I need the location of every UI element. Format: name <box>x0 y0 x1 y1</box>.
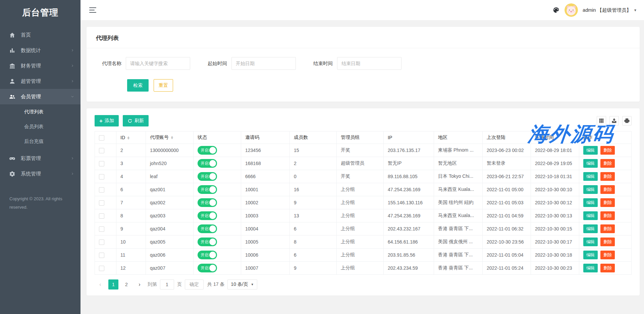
row-checkbox[interactable] <box>99 253 104 258</box>
cell-reg-time: 2022-10-30 00:12 <box>531 196 579 209</box>
edit-button[interactable]: 编辑 <box>583 238 598 246</box>
cell-account: 13000000000 <box>146 144 194 157</box>
cell-invite-code: 10005 <box>241 235 290 249</box>
edit-button[interactable]: 编辑 <box>583 224 598 233</box>
cell-members: 6 <box>290 222 337 235</box>
row-checkbox[interactable] <box>99 174 104 179</box>
status-toggle[interactable]: 开启 <box>198 146 217 155</box>
delete-button[interactable]: 删除 <box>600 224 615 233</box>
status-toggle[interactable]: 开启 <box>198 211 217 220</box>
sidebar-item-members[interactable]: 会员管理 <box>0 89 80 104</box>
next-page-button[interactable]: › <box>135 279 145 290</box>
sidebar-subitem-member-list[interactable]: 会员列表 <box>0 119 80 134</box>
edit-button[interactable]: 编辑 <box>583 211 598 220</box>
status-toggle[interactable]: 开启 <box>198 224 217 233</box>
sidebar-item-statistics[interactable]: 数据统计 <box>0 43 80 58</box>
cell-invite-code: 10002 <box>241 196 290 209</box>
refresh-icon <box>127 118 132 123</box>
print-icon[interactable] <box>622 116 632 125</box>
prev-page-button[interactable]: ‹ <box>95 279 105 290</box>
select-all-checkbox[interactable] <box>99 135 104 141</box>
add-button[interactable]: + 添加 <box>95 115 119 126</box>
column-header[interactable]: 代理账号▲▼ <box>146 132 194 144</box>
delete-button[interactable]: 删除 <box>600 185 615 194</box>
edit-button[interactable]: 编辑 <box>583 172 598 181</box>
cell-last-login: 2022-11-01 06:32 <box>483 222 531 235</box>
theme-palette-icon[interactable] <box>552 6 560 14</box>
sidebar-item-home[interactable]: 首页 <box>0 27 80 43</box>
row-checkbox[interactable] <box>99 213 104 219</box>
sidebar-item-label: 财务管理 <box>21 63 41 69</box>
column-header[interactable]: ID▲▼ <box>116 132 146 144</box>
status-toggle[interactable]: 开启 <box>198 159 217 168</box>
delete-button[interactable]: 删除 <box>600 172 615 181</box>
sidebar-item-lottery[interactable]: 彩票管理 <box>0 151 80 166</box>
page-button[interactable]: 1 <box>108 279 118 290</box>
table-row: 10qaz005开启100058上分组64.156.61.186美国 俄亥俄州 … <box>95 235 632 249</box>
page-button[interactable]: 2 <box>121 279 131 290</box>
table-row: 8qaz003开启1000313上分组47.254.236.169马来西亚 Ku… <box>95 209 632 222</box>
sort-icon[interactable]: ▲▼ <box>171 136 173 140</box>
menu-toggle-icon[interactable] <box>89 7 97 13</box>
row-checkbox[interactable] <box>99 266 104 271</box>
row-checkbox[interactable] <box>99 148 104 153</box>
cell-status: 开启 <box>194 209 241 222</box>
row-checkbox[interactable] <box>99 161 104 166</box>
delete-button[interactable]: 删除 <box>600 264 615 272</box>
cell-last-login: 2022-11-01 04:59 <box>483 209 531 222</box>
delete-button[interactable]: 删除 <box>600 238 615 246</box>
cell-account: leaf <box>146 170 194 183</box>
row-checkbox[interactable] <box>99 240 104 245</box>
agent-name-input[interactable] <box>126 57 190 70</box>
status-toggle[interactable]: 开启 <box>198 238 217 246</box>
filter-columns-icon[interactable] <box>597 116 606 125</box>
refresh-button[interactable]: 刷新 <box>123 115 149 126</box>
sidebar-subitem-backend-recharge[interactable]: 后台充值 <box>0 134 80 149</box>
delete-button[interactable]: 删除 <box>600 211 615 220</box>
per-page-select[interactable]: 10 条/页 ▼ <box>227 279 257 290</box>
export-icon[interactable] <box>609 116 619 125</box>
edit-button[interactable]: 编辑 <box>583 185 598 194</box>
row-checkbox[interactable] <box>99 226 104 232</box>
cell-reg-time: 2022-08-29 18:01 <box>531 144 579 157</box>
status-toggle[interactable]: 开启 <box>198 251 217 259</box>
cell-actions: 编辑删除 <box>579 222 632 235</box>
avatar[interactable] <box>565 3 578 17</box>
row-checkbox[interactable] <box>99 187 104 193</box>
reset-button[interactable]: 重置 <box>154 79 173 92</box>
cell-id: 9 <box>116 222 146 235</box>
cell-members: 8 <box>290 235 337 249</box>
edit-button[interactable]: 编辑 <box>583 251 598 259</box>
delete-button[interactable]: 删除 <box>600 159 615 168</box>
edit-button[interactable]: 编辑 <box>583 264 598 272</box>
delete-button[interactable]: 删除 <box>600 198 615 207</box>
cell-ip: 155.146.130.116 <box>384 196 434 209</box>
sidebar-item-finance[interactable]: 财务管理 <box>0 58 80 73</box>
delete-button[interactable]: 删除 <box>600 251 615 259</box>
user-menu[interactable]: admin 【超级管理员】 ▼ <box>583 7 637 13</box>
sort-icon[interactable]: ▲▼ <box>127 136 130 140</box>
goto-page-input[interactable] <box>160 279 174 290</box>
status-toggle[interactable]: 开启 <box>198 264 217 272</box>
edit-button[interactable]: 编辑 <box>583 159 598 168</box>
end-date-input[interactable] <box>337 57 401 70</box>
cell-last-login: 2022-10-30 23:56 <box>483 235 531 249</box>
status-toggle[interactable]: 开启 <box>198 185 217 194</box>
username-label: admin 【超级管理员】 <box>583 7 631 13</box>
edit-button[interactable]: 编辑 <box>583 198 598 207</box>
confirm-button[interactable]: 确定 <box>185 279 204 290</box>
column-header: 操作 <box>579 132 632 144</box>
sidebar-item-system[interactable]: 系统管理 <box>0 166 80 181</box>
start-date-input[interactable] <box>231 57 296 70</box>
cell-members: 6 <box>290 249 337 262</box>
edit-button[interactable]: 编辑 <box>583 146 598 155</box>
search-button[interactable]: 检索 <box>127 79 149 92</box>
cell-id: 7 <box>116 196 146 209</box>
status-toggle[interactable]: 开启 <box>198 198 217 207</box>
delete-button[interactable]: 删除 <box>600 146 615 155</box>
row-checkbox[interactable] <box>99 200 104 206</box>
status-toggle[interactable]: 开启 <box>198 172 217 181</box>
sidebar-subitem-agent-list[interactable]: 代理列表 <box>0 104 80 119</box>
sidebar-item-superadmin[interactable]: 超管管理 <box>0 73 80 89</box>
cell-region: 柬埔寨 Phnom ... <box>434 144 483 157</box>
